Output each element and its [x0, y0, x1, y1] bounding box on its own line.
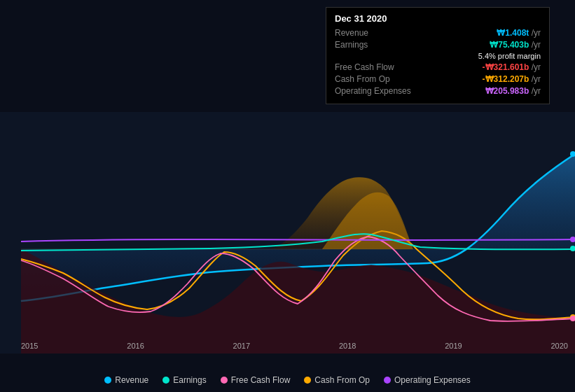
legend-dot-fcf	[221, 377, 228, 384]
x-label-2018: 2018	[339, 342, 356, 350]
legend-opex[interactable]: Operating Expenses	[384, 375, 471, 385]
fcf-value-group: -₩321.601b /yr	[483, 62, 541, 72]
legend-earnings[interactable]: Earnings	[162, 375, 206, 385]
opex-row: Operating Expenses ₩205.983b /yr	[335, 86, 541, 96]
legend-label-earnings: Earnings	[173, 375, 206, 385]
legend-dot-revenue	[104, 377, 111, 384]
tooltip-box: Dec 31 2020 Revenue ₩1.408t /yr Earnings…	[326, 7, 550, 104]
revenue-row: Revenue ₩1.408t /yr	[335, 28, 541, 38]
x-label-2016: 2016	[127, 342, 144, 350]
earnings-label: Earnings	[335, 40, 368, 50]
x-label-2020: 2020	[550, 342, 567, 350]
x-label-2015: 2015	[21, 342, 38, 350]
chart-legend: Revenue Earnings Free Cash Flow Cash Fro…	[0, 375, 575, 385]
legend-label-fcf: Free Cash Flow	[231, 375, 291, 385]
legend-label-revenue: Revenue	[115, 375, 148, 385]
revenue-value: ₩1.408t /yr	[497, 28, 541, 38]
legend-dot-earnings	[162, 377, 169, 384]
legend-dot-opex	[384, 377, 391, 384]
x-axis-labels: 2015 2016 2017 2018 2019 2020	[21, 342, 568, 350]
fcf-label: Free Cash Flow	[335, 62, 394, 72]
legend-fcf[interactable]: Free Cash Flow	[221, 375, 291, 385]
legend-label-opex: Operating Expenses	[394, 375, 471, 385]
opex-value-group: ₩205.983b /yr	[485, 86, 541, 96]
cfo-row: Cash From Op -₩312.207b /yr	[335, 74, 541, 84]
legend-revenue[interactable]: Revenue	[104, 375, 148, 385]
fcf-row: Free Cash Flow -₩321.601b /yr	[335, 62, 541, 72]
chart-svg	[0, 112, 575, 354]
tooltip-date: Dec 31 2020	[335, 13, 541, 24]
revenue-label: Revenue	[335, 28, 368, 38]
cfo-value-group: -₩312.207b /yr	[483, 74, 541, 84]
profit-margin-row: 5.4% profit margin	[335, 52, 541, 60]
opex-label: Operating Expenses	[335, 86, 411, 96]
cfo-label: Cash From Op	[335, 74, 390, 84]
earnings-value-group: ₩75.403b /yr	[490, 40, 541, 50]
chart-area	[0, 112, 575, 354]
earnings-row: Earnings ₩75.403b /yr	[335, 40, 541, 50]
legend-label-cfo: Cash From Op	[314, 375, 370, 385]
legend-cfo[interactable]: Cash From Op	[304, 375, 370, 385]
legend-dot-cfo	[304, 377, 311, 384]
x-label-2017: 2017	[233, 342, 250, 350]
x-label-2019: 2019	[445, 342, 462, 350]
